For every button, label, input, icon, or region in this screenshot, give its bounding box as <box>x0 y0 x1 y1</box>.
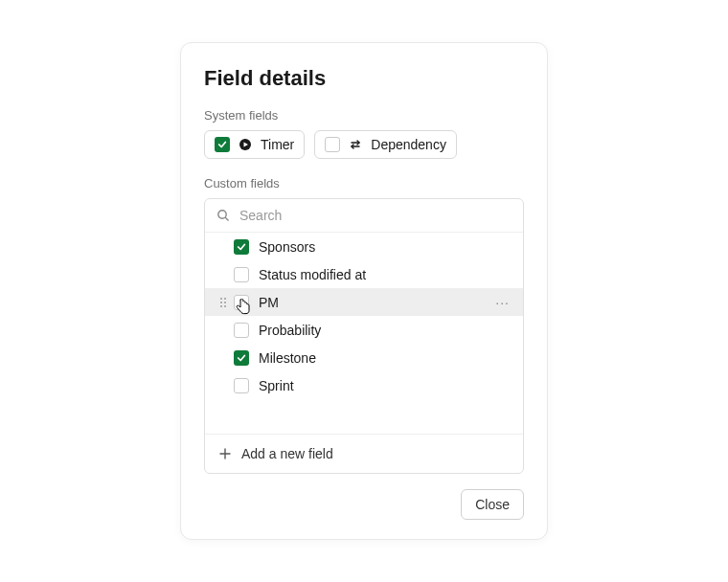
close-button[interactable]: Close <box>461 489 524 520</box>
add-new-field-button[interactable]: Add a new field <box>205 434 523 473</box>
more-icon[interactable]: ··· <box>493 295 512 310</box>
checkbox-checked-icon[interactable] <box>234 239 249 255</box>
modal-footer: Close <box>204 489 524 520</box>
system-fields-label: System fields <box>204 108 524 123</box>
custom-fields-label: Custom fields <box>204 176 524 190</box>
drag-handle-icon[interactable] <box>216 297 230 308</box>
svg-point-19 <box>220 305 222 307</box>
system-field-dependency[interactable]: Dependency <box>314 130 457 159</box>
svg-point-15 <box>220 298 222 300</box>
list-item-label: Milestone <box>259 350 493 366</box>
list-item-label: Sponsors <box>259 239 493 255</box>
add-new-field-label: Add a new field <box>241 446 333 461</box>
list-item-label: PM <box>259 295 493 310</box>
swap-icon <box>348 137 363 152</box>
svg-point-20 <box>224 305 226 307</box>
search-row <box>205 199 523 233</box>
list-item[interactable]: Status modified at ··· <box>205 260 523 288</box>
modal-title: Field details <box>204 66 524 91</box>
svg-point-1 <box>218 211 226 218</box>
list-item[interactable]: Sprint ··· <box>205 371 523 399</box>
plus-icon <box>218 447 232 460</box>
search-input[interactable] <box>238 207 512 224</box>
checkbox-unchecked-icon[interactable] <box>234 323 249 338</box>
checkbox-checked-icon[interactable] <box>234 350 249 366</box>
checkbox-unchecked-icon <box>325 137 340 152</box>
svg-line-2 <box>225 217 228 220</box>
checkbox-unchecked-icon[interactable] <box>234 378 249 393</box>
svg-point-16 <box>224 298 226 300</box>
custom-fields-list: Sponsors ··· Status modified at ··· PM ·… <box>204 198 524 474</box>
list-item-label: Sprint <box>259 378 493 393</box>
list-item[interactable]: PM ··· <box>205 288 523 316</box>
system-fields-row: Timer Dependency <box>204 130 524 159</box>
svg-point-17 <box>220 302 222 303</box>
custom-items: Sponsors ··· Status modified at ··· PM ·… <box>205 233 523 434</box>
system-field-timer[interactable]: Timer <box>204 130 305 159</box>
system-field-label: Timer <box>261 137 294 152</box>
svg-point-18 <box>224 302 226 303</box>
system-field-label: Dependency <box>371 137 446 152</box>
list-item-label: Status modified at <box>259 267 493 282</box>
checkbox-unchecked-icon[interactable] <box>234 267 249 282</box>
checkbox-unchecked-icon[interactable] <box>234 295 249 310</box>
list-item-label: Probability <box>259 323 493 338</box>
play-circle-icon <box>238 137 253 152</box>
list-item[interactable]: Milestone ··· <box>205 344 523 371</box>
list-item[interactable]: Probability ··· <box>205 316 523 344</box>
checkbox-checked-icon <box>215 137 230 152</box>
list-item[interactable]: Sponsors ··· <box>205 233 523 260</box>
search-icon <box>216 209 230 222</box>
field-details-modal: Field details System fields Timer Depend… <box>180 42 548 540</box>
